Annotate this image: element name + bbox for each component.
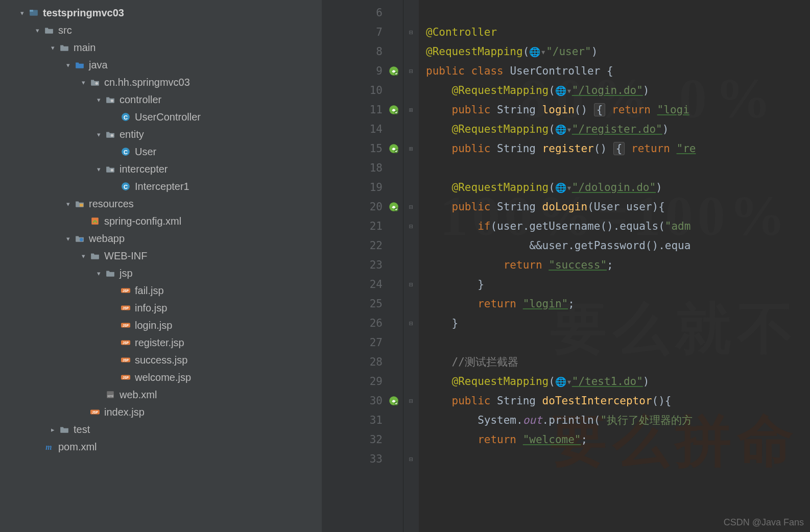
tree-item-entity[interactable]: ▾entity: [0, 126, 322, 143]
line-number[interactable]: 22: [322, 236, 403, 255]
line-number[interactable]: 30: [322, 391, 403, 410]
fold-collapse-icon[interactable]: ⊟: [403, 449, 419, 469]
code-line[interactable]: [426, 158, 810, 178]
chevron-down-icon[interactable]: ▾: [49, 44, 56, 51]
chevron-down-icon[interactable]: ▾: [34, 27, 41, 34]
line-number[interactable]: 27: [322, 333, 403, 352]
code-line[interactable]: public String login() { return "logi: [426, 100, 810, 119]
folded-block[interactable]: {: [594, 103, 606, 116]
line-number[interactable]: 24: [322, 275, 403, 294]
code-line[interactable]: }: [426, 313, 810, 333]
tree-item-src[interactable]: ▾src: [0, 21, 322, 39]
code-line[interactable]: public String doLogin(User user){: [426, 197, 810, 216]
chevron-down-icon[interactable]: ▾: [80, 252, 87, 259]
tree-item-test[interactable]: ▸test: [0, 421, 322, 438]
code-editor[interactable]: 80% 0% 100%=100% 要么就不 要么拼命 6789101114151…: [322, 0, 810, 532]
code-line[interactable]: if(user.getUsername().equals("adm: [426, 216, 810, 236]
tree-item-intercepter1[interactable]: ▾CIntercepter1: [0, 178, 322, 195]
spring-gutter-icon[interactable]: [389, 202, 399, 212]
fold-collapse-icon[interactable]: ⊟: [403, 216, 419, 236]
code-line[interactable]: return "success";: [426, 255, 810, 275]
line-number[interactable]: 18: [322, 158, 403, 178]
code-line[interactable]: &&user.getPassword().equa: [426, 236, 810, 255]
tree-item-java[interactable]: ▾java: [0, 56, 322, 74]
code-line[interactable]: @RequestMapping(🌐▾"/test1.do"): [426, 372, 810, 391]
code-line[interactable]: @Controller: [426, 22, 810, 42]
chevron-down-icon[interactable]: ▾: [64, 235, 72, 242]
tree-item-webapp[interactable]: ▾webapp: [0, 230, 322, 247]
tree-item-testspringmvc03[interactable]: ▾testspringmvc03: [0, 4, 322, 21]
tree-item-fail-jsp[interactable]: ▾JSPfail.jsp: [0, 282, 322, 299]
line-number[interactable]: 25: [322, 294, 403, 313]
chevron-down-icon[interactable]: ▾: [95, 131, 102, 138]
tree-item-web-xml[interactable]: ▾xmlweb.xml: [0, 386, 322, 403]
chevron-down-icon[interactable]: ▾: [18, 9, 26, 16]
spring-gutter-icon[interactable]: [389, 66, 399, 76]
fold-collapse-icon[interactable]: ⊟: [403, 197, 419, 216]
fold-collapse-icon[interactable]: ⊟: [403, 61, 419, 81]
spring-gutter-icon[interactable]: [389, 143, 399, 154]
tree-item-web-inf[interactable]: ▾WEB-INF: [0, 247, 322, 264]
fold-collapse-icon[interactable]: ⊟: [403, 22, 419, 42]
tree-item-info-jsp[interactable]: ▾JSPinfo.jsp: [0, 299, 322, 317]
line-number[interactable]: 28: [322, 352, 403, 372]
line-number[interactable]: 26: [322, 313, 403, 333]
code-line[interactable]: public String doTestInterceptor(){: [426, 391, 810, 410]
code-line[interactable]: }: [426, 275, 810, 294]
fold-collapse-icon[interactable]: ⊟: [403, 313, 419, 333]
line-number[interactable]: 19: [322, 178, 403, 197]
line-number[interactable]: 9: [322, 61, 403, 81]
code-area[interactable]: @Controller@RequestMapping(🌐▾"/user")pub…: [419, 0, 810, 532]
line-number[interactable]: 33: [322, 449, 403, 469]
line-number[interactable]: 23: [322, 255, 403, 275]
code-line[interactable]: @RequestMapping(🌐▾"/login.do"): [426, 81, 810, 100]
chevron-down-icon[interactable]: ▾: [64, 61, 72, 68]
project-tree[interactable]: ▾testspringmvc03▾src▾main▾java▾cn.hh.spr…: [0, 0, 322, 532]
chevron-down-icon[interactable]: ▾: [95, 96, 102, 103]
line-number[interactable]: 15: [322, 139, 403, 158]
chevron-down-icon[interactable]: ▾: [80, 79, 87, 86]
code-line[interactable]: System.out.println("执行了处理器的方: [426, 410, 810, 430]
tree-item-pom-xml[interactable]: ▾mpom.xml: [0, 438, 322, 455]
tree-item-welcome-jsp[interactable]: ▾JSPwelcome.jsp: [0, 369, 322, 386]
code-line[interactable]: [426, 449, 810, 469]
tree-item-user[interactable]: ▾CUser: [0, 143, 322, 160]
spring-gutter-icon[interactable]: [389, 396, 399, 406]
line-number[interactable]: 10: [322, 81, 403, 100]
fold-collapse-icon[interactable]: ⊟: [403, 275, 419, 294]
code-line[interactable]: return "login";: [426, 294, 810, 313]
line-number[interactable]: 8: [322, 42, 403, 61]
code-line[interactable]: @RequestMapping(🌐▾"/user"): [426, 42, 810, 61]
line-number[interactable]: 14: [322, 119, 403, 139]
line-number[interactable]: 20@: [322, 197, 403, 216]
tree-item-cn-hh-springmvc03[interactable]: ▾cn.hh.springmvc03: [0, 74, 322, 91]
tree-item-jsp[interactable]: ▾jsp: [0, 264, 322, 282]
chevron-down-icon[interactable]: ▾: [64, 200, 72, 207]
tree-item-register-jsp[interactable]: ▾JSPregister.jsp: [0, 334, 322, 351]
fold-column[interactable]: ⊟⊟⊞⊞⊟⊟⊟⊟⊟⊟: [403, 0, 419, 532]
line-number[interactable]: 11: [322, 100, 403, 119]
code-line[interactable]: public String register() { return "re: [426, 139, 810, 158]
line-number[interactable]: 31: [322, 410, 403, 430]
fold-expand-icon[interactable]: ⊞: [403, 139, 419, 158]
code-line[interactable]: //测试拦截器: [426, 352, 810, 372]
code-line[interactable]: return "welcome";: [426, 430, 810, 449]
line-number[interactable]: 29: [322, 372, 403, 391]
chevron-down-icon[interactable]: ▾: [95, 165, 102, 173]
line-number[interactable]: 6: [322, 3, 403, 22]
folded-block[interactable]: {: [613, 142, 625, 155]
fold-expand-icon[interactable]: ⊞: [403, 100, 419, 119]
code-line[interactable]: [426, 3, 810, 22]
code-line[interactable]: @RequestMapping(🌐▾"/register.do"): [426, 119, 810, 139]
tree-item-controller[interactable]: ▾controller: [0, 91, 322, 108]
line-number[interactable]: 7: [322, 22, 403, 42]
chevron-right-icon[interactable]: ▸: [49, 426, 56, 433]
line-number[interactable]: 32: [322, 430, 403, 449]
tree-item-success-jsp[interactable]: ▾JSPsuccess.jsp: [0, 351, 322, 369]
tree-item-usercontroller[interactable]: ▾CUserController: [0, 108, 322, 126]
spring-gutter-icon[interactable]: [389, 105, 399, 115]
tree-item-intercepter[interactable]: ▾intercepter: [0, 160, 322, 178]
code-line[interactable]: [426, 333, 810, 352]
tree-item-index-jsp[interactable]: ▾JSPindex.jsp: [0, 403, 322, 421]
chevron-down-icon[interactable]: ▾: [95, 270, 102, 277]
